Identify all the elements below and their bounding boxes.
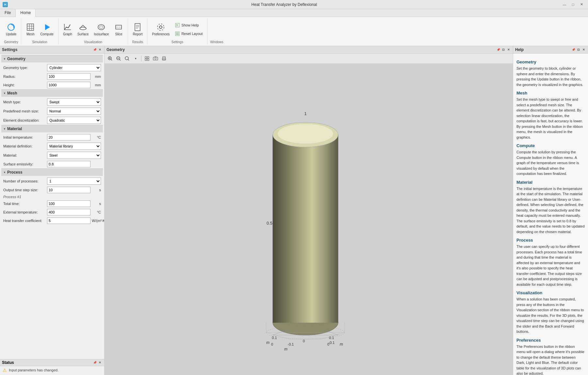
settings-panel-header: Settings 📌 ✕	[0, 46, 104, 54]
update-button[interactable]: Update	[4, 21, 18, 37]
help-visualization-text: When a solution has been computed, press…	[516, 297, 585, 334]
geometry-float-button[interactable]: ⊡	[501, 47, 506, 52]
geometry-toolbar: ▾	[105, 54, 513, 64]
show-help-button[interactable]: ? Show Help	[173, 22, 204, 29]
tab-file[interactable]: File	[0, 9, 16, 17]
mesh-type-select[interactable]: Swept Free	[47, 98, 101, 106]
svg-line-31	[120, 60, 121, 61]
mesh-section-header[interactable]: ▼ Mesh	[1, 89, 103, 97]
zoom-fit-button[interactable]	[123, 55, 131, 62]
geometry-panel-title: Geometry	[106, 47, 125, 52]
process-arrow: ▼	[3, 171, 6, 174]
initial-temperature-unit: °C	[92, 135, 101, 139]
status-header: Status 📌 ✕	[0, 359, 104, 366]
external-temperature-unit: °C	[92, 210, 101, 214]
help-visualization-title: Visualization	[516, 290, 585, 295]
help-compute-text: Compute the solution by pressing the Com…	[516, 149, 585, 177]
graph-label: Graph	[63, 32, 72, 36]
zoom-out-button[interactable]	[115, 55, 122, 62]
graph-button[interactable]: Graph	[61, 21, 74, 37]
external-temperature-input[interactable]	[47, 209, 90, 215]
status-close-button[interactable]: ✕	[98, 360, 102, 365]
help-float-button[interactable]: ⊡	[576, 47, 581, 52]
ribbon-group-settings: Preferences ? Show Help Reset Layout	[147, 18, 207, 44]
ribbon-group-update: Update Geometry	[1, 18, 21, 44]
settings-pin-button[interactable]: 📌	[92, 47, 97, 52]
process-section-header[interactable]: ▼ Process	[1, 168, 103, 176]
element-discretization-label: Element discretization:	[3, 118, 46, 122]
radius-input[interactable]	[47, 73, 90, 80]
output-time-step-size-input[interactable]	[47, 187, 90, 193]
geometry-panel-header: Geometry 📌 ⊡ ✕	[105, 46, 513, 54]
results-section-label: Results	[132, 40, 143, 44]
height-input[interactable]	[47, 82, 90, 88]
svg-rect-23	[175, 32, 179, 36]
reset-layout-button[interactable]: Reset Layout	[173, 30, 204, 37]
material-section-header[interactable]: ▼ Material	[1, 125, 103, 132]
windows-section-label: Windows	[210, 40, 223, 44]
number-of-processes-label: Number of processes:	[3, 179, 46, 183]
svg-rect-15	[135, 24, 140, 31]
settings-close-button[interactable]: ✕	[98, 47, 102, 52]
cylinder-svg: 1 0.5 0 0.1 0 0.1 -0.1 -0.1 0 0 m m m	[211, 97, 407, 342]
axis-val-05: 0.5	[267, 221, 272, 226]
heat-transfer-coefficient-input[interactable]	[47, 217, 90, 224]
geometry-close-button[interactable]: ✕	[506, 47, 511, 52]
predefined-mesh-size-select[interactable]: Coarse Normal Fine	[47, 108, 101, 115]
graph-icon	[63, 23, 72, 32]
surface-label: Surface	[77, 32, 89, 36]
status-title: Status	[2, 360, 14, 365]
close-button[interactable]: ✕	[578, 2, 585, 8]
ribbon-tabs: File Home	[0, 9, 588, 17]
preferences-button[interactable]: Preferences	[150, 21, 172, 37]
compute-button[interactable]: Compute	[38, 21, 56, 37]
help-close-button[interactable]: ✕	[581, 47, 586, 52]
maximize-button[interactable]: □	[569, 2, 577, 8]
status-content: ⚠ Input parameters has changed.	[0, 366, 104, 374]
geometry-arrow: ▼	[3, 58, 6, 60]
svg-text:0: 0	[327, 342, 329, 346]
help-pin-button[interactable]: 📌	[571, 47, 576, 52]
geometry-section-header[interactable]: ▼ Geometry	[1, 55, 103, 62]
camera-button[interactable]	[152, 55, 159, 62]
svg-text:0.1: 0.1	[272, 336, 277, 340]
initial-temperature-row: Initial temperature: °C	[1, 133, 103, 142]
surface-button[interactable]: Surface	[75, 21, 90, 37]
mesh-button[interactable]: Mesh	[24, 21, 37, 37]
element-discretization-select[interactable]: Linear Quadratic	[47, 117, 101, 124]
print-button[interactable]	[160, 55, 168, 62]
surface-emissivity-row: Surface emissivity:	[1, 160, 103, 168]
mesh-section-title: Mesh	[7, 91, 17, 95]
report-button[interactable]: Report	[131, 21, 144, 37]
heat-transfer-coefficient-unit: W/(m²·K)	[92, 219, 101, 223]
help-material-text: The initial temperature is the temperatu…	[516, 186, 585, 235]
ribbon-content: Update Geometry Mesh Compute	[0, 17, 588, 46]
radius-unit: mm	[92, 75, 101, 78]
help-section-material: Material The initial temperature is the …	[516, 180, 585, 235]
report-label: Report	[133, 32, 142, 36]
initial-temperature-input[interactable]	[47, 134, 90, 141]
total-time-input[interactable]	[47, 200, 90, 207]
grid-button[interactable]	[143, 55, 151, 62]
external-temperature-row: External temperature: °C	[1, 208, 103, 216]
help-process-title: Process	[516, 238, 585, 243]
status-pin-button[interactable]: 📌	[92, 360, 97, 365]
minimize-button[interactable]: —	[561, 2, 568, 8]
tab-home[interactable]: Home	[16, 9, 36, 17]
svg-line-67	[266, 332, 289, 339]
number-of-processes-select[interactable]: 1 2 3 4	[47, 178, 101, 185]
mesh-type-label: Mesh type:	[3, 100, 46, 104]
zoom-in-button[interactable]	[106, 55, 114, 62]
geometry-panel: Geometry 📌 ⊡ ✕ ▾	[105, 46, 513, 375]
geometry-type-select[interactable]: Block Cylinder Sphere	[47, 64, 101, 71]
zoom-menu-button[interactable]: ▾	[132, 55, 139, 62]
material-select[interactable]: Steel Aluminum Copper	[47, 152, 101, 159]
isosurface-button[interactable]: Isosurface	[92, 21, 111, 37]
mesh-arrow: ▼	[3, 92, 6, 95]
help-preferences-text: The Preferences button in the ribbon men…	[516, 344, 585, 375]
slice-button[interactable]: Slice	[112, 21, 125, 37]
surface-emissivity-input[interactable]	[47, 161, 90, 167]
height-unit: mm	[92, 83, 101, 87]
geometry-pin-button[interactable]: 📌	[496, 47, 500, 52]
material-definition-select[interactable]: Material library User-defined	[47, 143, 101, 150]
